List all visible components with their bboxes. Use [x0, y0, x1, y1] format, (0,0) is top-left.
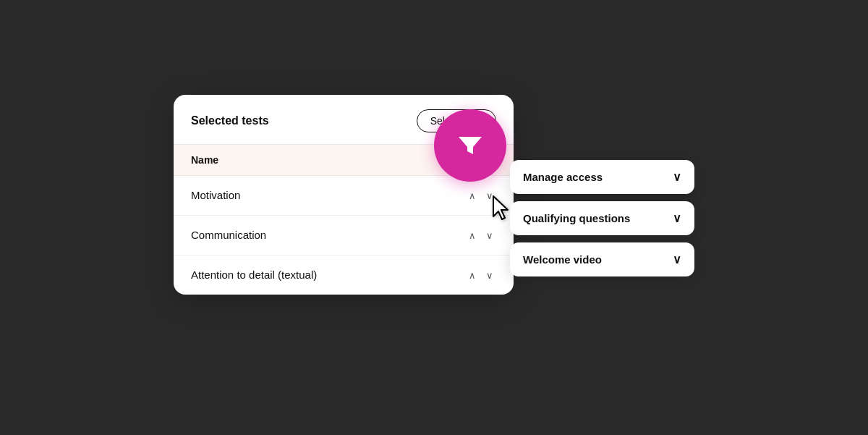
qualifying-questions-chevron-icon: ∨	[673, 211, 681, 225]
test-name-motivation: Motivation	[191, 189, 240, 201]
motivation-up-button[interactable]	[466, 189, 479, 202]
motivation-down-button[interactable]	[483, 189, 496, 202]
scene: Selected tests Select tests Name Motivat…	[174, 66, 694, 370]
communication-up-button[interactable]	[466, 229, 479, 242]
test-row-motivation: Motivation	[174, 176, 514, 216]
dropdown-manage-access[interactable]: Manage access ∨	[510, 160, 694, 194]
test-name-attention: Attention to detail (textual)	[191, 269, 317, 281]
attention-down-button[interactable]	[483, 269, 496, 282]
manage-access-chevron-icon: ∨	[673, 170, 681, 184]
dropdown-welcome-video[interactable]: Welcome video ∨	[510, 242, 694, 276]
dropdown-qualifying-questions[interactable]: Qualifying questions ∨	[510, 201, 694, 235]
filter-circle[interactable]	[434, 109, 506, 182]
filter-icon	[454, 130, 486, 161]
communication-down-button[interactable]	[483, 229, 496, 242]
motivation-controls	[466, 189, 496, 202]
test-row-attention: Attention to detail (textual)	[174, 255, 514, 295]
dropdown-list: Manage access ∨ Qualifying questions ∨ W…	[510, 160, 694, 276]
manage-access-label: Manage access	[523, 171, 603, 183]
attention-up-button[interactable]	[466, 269, 479, 282]
welcome-video-chevron-icon: ∨	[673, 253, 681, 266]
test-name-communication: Communication	[191, 229, 266, 241]
communication-controls	[466, 229, 496, 242]
qualifying-questions-label: Qualifying questions	[523, 212, 630, 224]
test-row-communication: Communication	[174, 216, 514, 255]
welcome-video-label: Welcome video	[523, 253, 602, 266]
card-title: Selected tests	[191, 114, 269, 127]
attention-controls	[466, 269, 496, 282]
name-label: Name	[191, 154, 218, 166]
